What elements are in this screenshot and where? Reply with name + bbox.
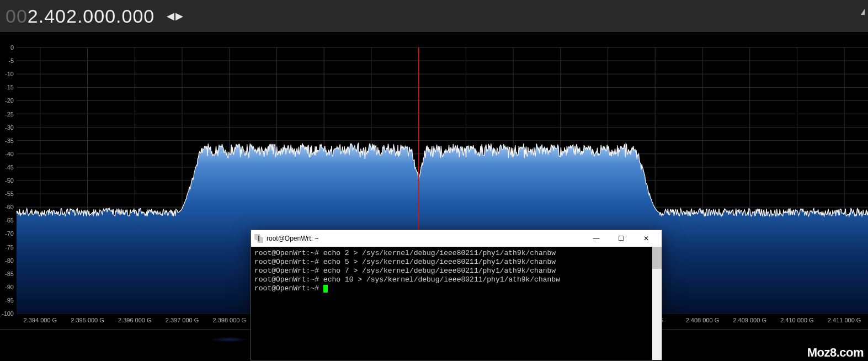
x-tick-label: 2.397 000 G bbox=[166, 317, 199, 323]
y-tick-label: -40 bbox=[5, 151, 14, 157]
x-tick-label: 2.408 000 G bbox=[686, 317, 720, 323]
maximize-button[interactable]: ☐ bbox=[609, 230, 633, 247]
y-tick-label: -90 bbox=[5, 284, 14, 290]
y-tick-label: -30 bbox=[5, 124, 14, 131]
y-tick-label: -15 bbox=[5, 84, 14, 91]
y-tick-label: -85 bbox=[5, 270, 14, 277]
y-tick-label: -70 bbox=[5, 230, 14, 237]
terminal-line: root@OpenWrt:~# echo 7 > /sys/kernel/deb… bbox=[254, 267, 658, 275]
y-tick-label: -10 bbox=[5, 71, 14, 77]
y-tick-label: 0 bbox=[10, 44, 14, 51]
y-tick-label: -75 bbox=[5, 244, 14, 251]
freq-step-right-icon[interactable]: ▶ bbox=[175, 10, 183, 22]
terminal-body[interactable]: root@OpenWrt:~# echo 2 > /sys/kernel/deb… bbox=[251, 247, 662, 360]
y-tick-label: -45 bbox=[5, 164, 14, 171]
terminal-titlebar[interactable]: root@OpenWrt: ~ — ☐ ✕ bbox=[251, 230, 662, 247]
y-tick-label: -95 bbox=[5, 297, 14, 304]
y-tick-label: -35 bbox=[5, 137, 14, 144]
terminal-line: root@OpenWrt:~# echo 5 > /sys/kernel/deb… bbox=[254, 258, 658, 267]
terminal-line: root@OpenWrt:~# echo 2 > /sys/kernel/deb… bbox=[254, 249, 658, 258]
terminal-title: root@OpenWrt: ~ bbox=[267, 235, 584, 242]
center-frequency-display[interactable]: 002.402.000.000 bbox=[6, 6, 155, 27]
y-tick-label: -65 bbox=[5, 217, 14, 224]
corner-indicator-icon bbox=[861, 9, 865, 15]
minimize-button[interactable]: — bbox=[584, 230, 609, 247]
y-tick-label: -60 bbox=[5, 204, 14, 210]
freq-step-left-icon[interactable]: ◀ bbox=[167, 10, 174, 22]
y-tick-label: -20 bbox=[5, 97, 14, 104]
y-tick-label: -100 bbox=[2, 310, 14, 317]
putty-icon bbox=[254, 234, 263, 243]
x-tick-label: 2.409 000 G bbox=[733, 317, 766, 323]
y-tick-label: -25 bbox=[5, 111, 14, 118]
terminal-line: root@OpenWrt:~# bbox=[254, 284, 658, 293]
putty-terminal-window[interactable]: root@OpenWrt: ~ — ☐ ✕ root@OpenWrt:~# ec… bbox=[251, 230, 662, 360]
x-tick-label: 2.395 000 G bbox=[71, 317, 104, 323]
x-tick-label: 2.398 000 G bbox=[212, 317, 246, 323]
y-tick-label: -50 bbox=[5, 177, 14, 184]
frequency-step-control[interactable]: ◀ ▶ bbox=[167, 10, 183, 22]
terminal-cursor bbox=[323, 285, 328, 293]
y-tick-label: -80 bbox=[5, 257, 14, 264]
y-tick-label: -55 bbox=[5, 190, 14, 197]
window-buttons: — ☐ ✕ bbox=[584, 230, 658, 247]
terminal-scrollbar[interactable] bbox=[652, 247, 662, 360]
x-tick-label: 2.410 000 G bbox=[780, 317, 814, 323]
terminal-line: root@OpenWrt:~# echo 10 > /sys/kernel/de… bbox=[254, 275, 658, 284]
close-button[interactable]: ✕ bbox=[633, 230, 658, 247]
watermark-text: Moz8.com bbox=[807, 346, 864, 360]
waterfall-smudge bbox=[210, 337, 248, 342]
terminal-scrollbar-thumb[interactable] bbox=[652, 247, 662, 269]
x-tick-label: 2.396 000 G bbox=[118, 317, 152, 323]
frequency-toolbar: 002.402.000.000 ◀ ▶ bbox=[0, 0, 868, 32]
x-tick-label: 2.394 000 G bbox=[24, 317, 57, 323]
frequency-value: 2.402.000.000 bbox=[28, 6, 155, 26]
x-tick-label: 2.411 000 G bbox=[828, 317, 861, 323]
y-tick-label: -5 bbox=[8, 57, 14, 64]
frequency-leading-zeros: 00 bbox=[6, 6, 28, 26]
